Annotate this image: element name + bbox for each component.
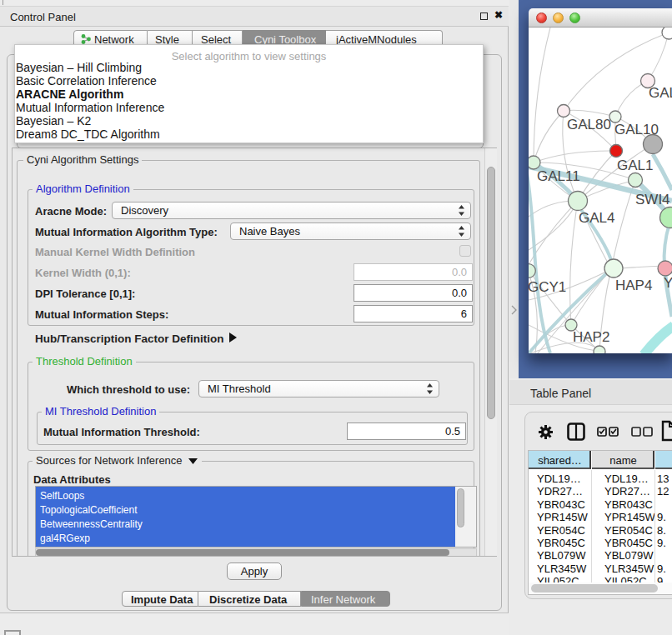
- svg-text:HAP4: HAP4: [615, 278, 652, 293]
- svg-text:SWI4: SWI4: [635, 192, 670, 208]
- svg-text:GAL10: GAL10: [614, 122, 659, 138]
- svg-text:HAP2: HAP2: [573, 329, 609, 345]
- svg-text:GAL1: GAL1: [617, 158, 653, 173]
- svg-text:GAL80: GAL80: [567, 117, 611, 132]
- svg-text:GAL2: GAL2: [649, 85, 672, 101]
- svg-text:GAL11: GAL11: [537, 168, 580, 184]
- svg-text:GAL4: GAL4: [579, 210, 614, 226]
- svg-text:GCY1: GCY1: [529, 279, 566, 295]
- svg-text:YK: YK: [664, 275, 672, 291]
